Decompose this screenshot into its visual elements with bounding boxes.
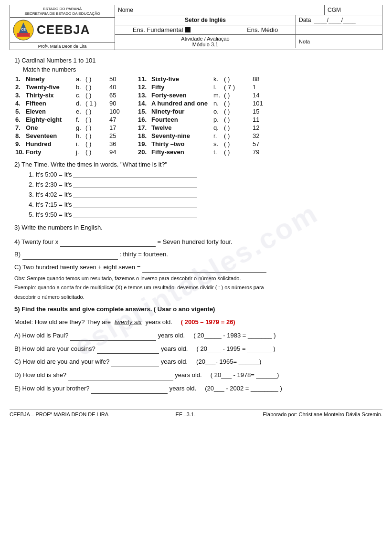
- table-row: 3. Thirty-six c. ( ) 65 13. Forty-seven …: [14, 91, 378, 99]
- ens-fundamental: Ens. Fundamental: [133, 26, 191, 33]
- time-num: 4.: [29, 201, 35, 208]
- age-blank: [97, 344, 159, 354]
- left-num: 6.: [14, 116, 25, 124]
- table-row: 1. Ninety a. ( ) 50 11. Sixty-five k. ( …: [14, 75, 378, 83]
- right-num: 13.: [137, 91, 150, 99]
- left-word: Eleven: [25, 107, 75, 116]
- right-letter: n.: [212, 99, 223, 107]
- left-word: Forty: [25, 148, 75, 156]
- time-blank: [73, 170, 197, 178]
- obs-text: descobrir o número solicitado.: [14, 294, 378, 301]
- right-value: 15: [252, 107, 378, 116]
- right-letter: o.: [212, 107, 223, 116]
- left-paren: ( ): [85, 116, 108, 124]
- right-num: 14.: [137, 99, 150, 107]
- time-item: 5. It's 9:50 = It's: [29, 211, 378, 218]
- left-letter: b.: [75, 83, 85, 91]
- right-paren: ( ): [223, 132, 252, 140]
- section-3: 3) Write the numbers in English.: [14, 223, 378, 233]
- right-num: 18.: [137, 132, 150, 140]
- left-value: 100: [108, 107, 127, 116]
- right-num: 15.: [137, 107, 150, 116]
- age-suffix: years old.: [161, 345, 188, 352]
- table-row: 8. Seventeen h. ( ) 25 18. Seventy-nine …: [14, 132, 378, 140]
- table-row: 7. One g. ( ) 17 17. Twelve q. ( ) 12: [14, 124, 378, 132]
- left-word: Thirty-six: [25, 91, 75, 99]
- right-word: Fifty-seven: [150, 148, 212, 156]
- time-item: 1. It's 5:00 = It's: [29, 170, 378, 178]
- table-row: 4. Fifteen d. ( 1 ) 90 14. A hundred and…: [14, 99, 378, 107]
- table-row: 9. Hundred i. ( ) 36 19. Thirty –two s. …: [14, 140, 378, 148]
- age-label: E) How old is your brother?: [14, 385, 91, 392]
- obs-text: Obs: Sempre quando temos um resultado, f…: [14, 275, 378, 282]
- left-value: 36: [108, 140, 127, 148]
- right-value: 12: [252, 124, 378, 132]
- time-item: 3. It's 4:02 = It's: [29, 190, 378, 198]
- footer: CEEBJA – PROFª MARIA DEON DE LIRA EF –3.…: [10, 409, 382, 417]
- left-value: 50: [108, 75, 127, 83]
- section-2: 2) The Time. Write the times in words. "…: [14, 161, 378, 218]
- age-label: A) How old is Paul?: [14, 332, 70, 339]
- footer-center: EF –3.1-: [176, 411, 196, 417]
- right-value: 11: [252, 116, 378, 124]
- age-blank: [68, 370, 173, 380]
- right-value: 1: [252, 83, 378, 91]
- nota-field: Nota: [296, 38, 382, 45]
- left-word: One: [25, 124, 75, 132]
- left-letter: a.: [75, 75, 85, 83]
- left-word: Eighty-eight: [25, 116, 75, 124]
- ens-medio: Ens. Médio: [247, 26, 278, 33]
- footer-right: Elaborado por: Christiane Monteiro Dávil…: [263, 411, 382, 417]
- left-word: Hundred: [25, 140, 75, 148]
- section4-blank-b: [22, 249, 118, 260]
- right-letter: l.: [212, 83, 223, 91]
- cgm-field: CGM: [325, 5, 382, 15]
- right-letter: k.: [212, 75, 223, 83]
- right-word: Twelve: [150, 124, 212, 132]
- left-num: 8.: [14, 132, 25, 140]
- right-letter: m.: [212, 91, 223, 99]
- left-letter: f.: [75, 116, 85, 124]
- left-word: Ninety: [25, 75, 75, 83]
- right-letter: r.: [212, 132, 223, 140]
- time-num: 1.: [29, 171, 35, 178]
- section2-title: 2) The Time. Write the times in words. "…: [14, 161, 378, 168]
- age-suffix: years old.: [175, 371, 201, 379]
- checkbox-fundamental: [185, 27, 191, 32]
- table-row: 2. Twenty-five b. ( ) 40 12. Fifty l. ( …: [14, 83, 378, 91]
- footer-left: CEEBJA – PROFª MARIA DEON DE LIRA: [10, 411, 108, 417]
- left-num: 2.: [14, 83, 25, 91]
- left-paren: ( ): [85, 124, 108, 132]
- left-letter: h.: [75, 132, 85, 140]
- time-blank: [73, 190, 197, 198]
- time-text: It's 2:30 = It's: [35, 181, 72, 188]
- left-paren: ( ): [85, 148, 108, 156]
- left-num: 4.: [14, 99, 25, 107]
- left-value: 17: [108, 124, 127, 132]
- right-value: 32: [252, 132, 378, 140]
- setor-data-row: Setor de Inglês Data ____/____/____: [115, 15, 382, 25]
- left-value: 47: [108, 116, 127, 124]
- left-letter: e.: [75, 107, 85, 116]
- time-num: 5.: [29, 211, 35, 218]
- left-word: Fifteen: [25, 99, 75, 107]
- section4-blank-c: [142, 262, 266, 273]
- right-word: A hundred and one: [150, 99, 212, 107]
- left-letter: d.: [75, 99, 85, 107]
- nome-cgm-row: Nome CGM: [115, 5, 382, 15]
- right-word: Ninety-four: [150, 107, 212, 116]
- right-paren: ( ): [223, 116, 252, 124]
- right-letter: q.: [212, 124, 223, 132]
- right-num: 20.: [137, 148, 150, 156]
- time-text: It's 7:15 = It's: [35, 201, 72, 208]
- left-num: 7.: [14, 124, 25, 132]
- section4-blank-a: [60, 237, 156, 247]
- left-paren: ( 1 ): [85, 99, 108, 107]
- right-paren: ( ): [223, 107, 252, 116]
- left-num: 1.: [14, 75, 25, 83]
- right-word: Fifty: [150, 83, 212, 91]
- left-paren: ( ): [85, 140, 108, 148]
- ens-row: Ens. Fundamental Ens. Médio: [115, 25, 382, 35]
- age-eq: ( 20____ - 1995 = _______ ): [196, 345, 275, 352]
- age-eq: (20___ - 2002 = ________ ): [205, 385, 282, 392]
